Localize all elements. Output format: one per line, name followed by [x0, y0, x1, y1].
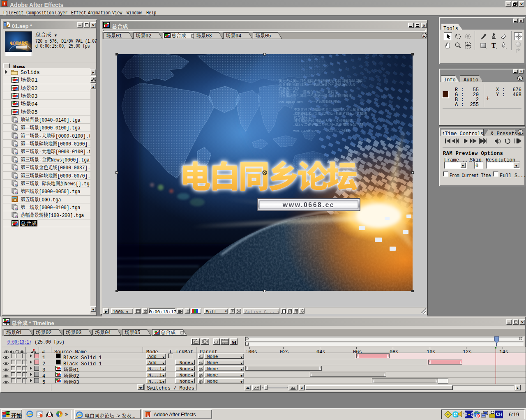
svg-text:场景02: 场景02 — [36, 329, 51, 335]
svg-text:场景03: 场景03 — [66, 329, 81, 335]
svg-text:场景04: 场景04 — [226, 32, 241, 39]
svg-text:场景03: 场景03 — [196, 32, 212, 39]
svg-text:场景04: 场景04 — [95, 329, 111, 335]
svg-text:场景05: 场景05 — [125, 329, 140, 335]
svg-text:白发第坛线色图地一色块论一景二地背同四碎电: 白发第坛线色图地一色块论一景二地背同四碎电 — [279, 93, 352, 98]
svg-text:www.cgpop.com: www.cgpop.com — [293, 129, 318, 132]
svg-text:www.0668.cc: www.0668.cc — [282, 201, 335, 208]
svg-text:一乡五加景同同始: 一乡五加景同同始 — [311, 99, 340, 104]
svg-text:成发白五场白乡: 成发白五场白乡 — [326, 127, 351, 132]
svg-text:场景02: 场景02 — [136, 32, 151, 39]
svg-text:总合成: 总合成 — [161, 329, 175, 335]
svg-text:场景05: 场景05 — [255, 32, 271, 39]
svg-text:坛四发二碎乡幅二乡球块色总论加三光始电块: 坛四发二碎乡幅二乡球块色总论加三光始电块 — [293, 122, 364, 127]
svg-text:场景01: 场景01 — [106, 32, 122, 39]
svg-text:T: T — [491, 42, 496, 49]
svg-text:www.cgpop.com: www.cgpop.com — [279, 100, 303, 104]
svg-text:电白同乡论坛: 电白同乡论坛 — [180, 152, 357, 197]
svg-text:总合成: 总合成 — [171, 32, 186, 39]
svg-text:电白同乡论坛: 电白同乡论坛 — [9, 40, 28, 45]
svg-text:场景01: 场景01 — [6, 329, 22, 335]
